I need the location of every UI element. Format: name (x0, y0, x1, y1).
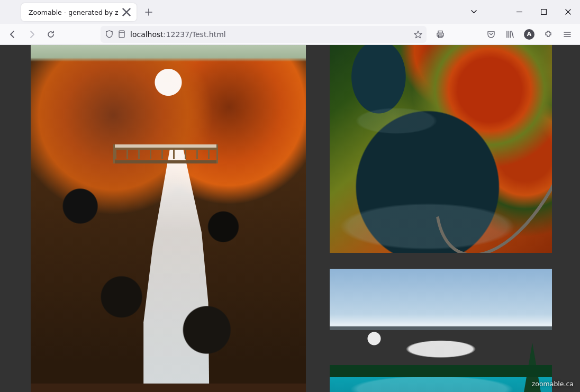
app-menu-icon[interactable] (559, 26, 576, 43)
window-controls (461, 0, 580, 24)
gallery-image-moraine-lake[interactable] (330, 269, 552, 392)
image-content (330, 45, 552, 253)
url-path: /Test.html (189, 30, 226, 39)
gallery-grid (31, 45, 551, 392)
bookmark-star-icon[interactable] (414, 30, 422, 39)
window-minimize-button[interactable] (507, 0, 531, 24)
window-close-button[interactable] (556, 0, 580, 24)
url-port: :12237 (164, 30, 189, 39)
tab-title: Zoomable - generated by zoomable (29, 8, 119, 16)
zoomable-page: zoomable.ca (0, 45, 580, 392)
browser-tab-active[interactable]: Zoomable - generated by zoomable (21, 3, 137, 21)
bridge-icon (113, 144, 218, 163)
browser-toolbar: localhost:12237/Test.html A (0, 24, 580, 45)
gallery-image-autumn-waterfall[interactable] (31, 45, 306, 392)
tab-close-icon[interactable] (122, 7, 131, 17)
toolbar-right: A (432, 26, 576, 43)
gallery-image-aerial-autumn-lake[interactable] (330, 45, 552, 253)
image-content (31, 45, 306, 392)
library-icon[interactable] (502, 26, 519, 43)
address-bar[interactable]: localhost:12237/Test.html (101, 26, 427, 43)
url-host: localhost (130, 30, 164, 39)
new-tab-button[interactable] (141, 4, 157, 20)
pocket-icon[interactable] (483, 26, 500, 43)
browser-titlebar: Zoomable - generated by zoomable (0, 0, 580, 24)
print-button[interactable] (432, 26, 449, 43)
watermark-text: zoomable.ca (532, 380, 574, 388)
shield-icon[interactable] (105, 30, 113, 39)
window-maximize-button[interactable] (531, 0, 556, 24)
url-text: localhost:12237/Test.html (130, 30, 410, 39)
nav-forward-button[interactable] (23, 26, 40, 43)
reload-button[interactable] (42, 26, 59, 43)
account-button[interactable]: A (521, 26, 538, 43)
nav-back-button[interactable] (4, 26, 21, 43)
svg-rect-0 (541, 10, 546, 15)
extensions-icon[interactable] (540, 26, 557, 43)
page-viewport: zoomable.ca (0, 45, 580, 392)
road-icon (404, 45, 552, 253)
image-content (330, 269, 552, 392)
gallery-right-column (330, 45, 552, 392)
account-avatar: A (524, 29, 534, 40)
page-info-icon[interactable] (117, 30, 126, 39)
svg-rect-1 (119, 31, 124, 38)
tabs-dropdown-icon[interactable] (461, 0, 486, 24)
